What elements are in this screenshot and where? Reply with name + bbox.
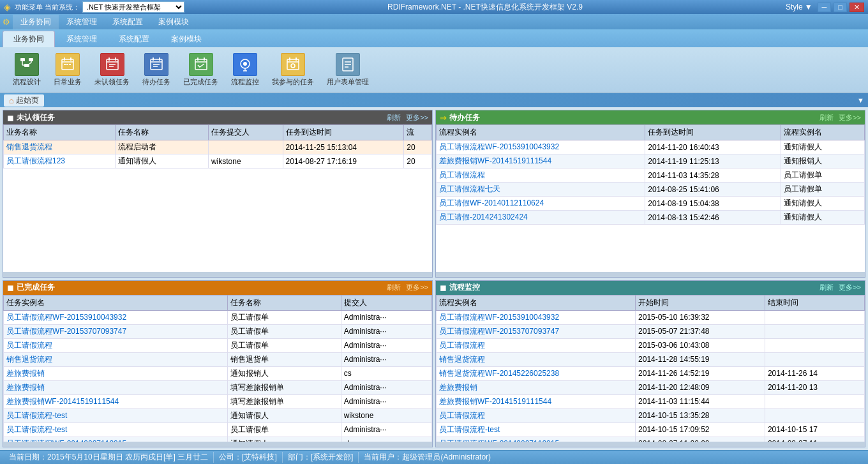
td-cs6: Administra··· (341, 380, 431, 394)
link-fm1[interactable]: 员工请假流程WF-20153910043932 (439, 313, 559, 322)
completed-panel-header: ◼ 已完成任务 刷新 更多>> (3, 281, 432, 295)
flow-monitor-panel: ◼ 流程监控 刷新 更多>> 流程实例名 开始时间 结束时间 (435, 280, 865, 448)
tab-sysconfig[interactable]: 系统配置 (108, 31, 160, 47)
link-p3[interactable]: 员工请假流程 (439, 170, 485, 179)
td-cn9: 员工请假单 (227, 423, 341, 437)
app-logo: ◈ (4, 2, 11, 12)
menu-item-workflow[interactable]: 业务协同 (13, 15, 59, 29)
td-cn1: 员工请假单 (227, 310, 341, 324)
tool-flow-design[interactable]: 流程设计 (8, 50, 46, 89)
td-fme10: 2014-08-27 11 (765, 437, 864, 442)
td-pt3: 2014-11-03 14:35:28 (645, 168, 781, 183)
page-tab-bar: ⌂ 起始页 ▼ (0, 93, 868, 107)
pending-scrollbar-h[interactable] (436, 272, 865, 277)
tab-workflow[interactable]: 业务协同 (3, 31, 55, 47)
link-fm7[interactable]: 差旅费报销WF-20141519111544 (439, 397, 551, 406)
unclaimed-scrollbar-h[interactable] (3, 272, 432, 277)
tool-unclaimed[interactable]: 未认领任务 (89, 50, 135, 89)
td-pp2: 通知报销人 (781, 154, 865, 168)
tool-daily[interactable]: 日常业务 (49, 50, 87, 89)
tool-mywork[interactable]: 我参与的任务 (267, 50, 319, 89)
link-c2[interactable]: 员工请假流程WF-20153707093747 (6, 327, 126, 336)
tool-completed[interactable]: 已完成任务 (178, 50, 223, 89)
menu-item-sysadmin[interactable]: 系统管理 (59, 15, 105, 29)
svg-rect-13 (69, 64, 71, 65)
pending-refresh[interactable]: 刷新 (819, 113, 834, 123)
svg-rect-0 (20, 58, 25, 61)
svg-rect-10 (70, 57, 71, 61)
link-c3[interactable]: 员工请假流程 (6, 341, 52, 350)
unclaimed-table: 业务名称 任务名称 任务提交人 任务到达时间 流 销售退货流程 流程启动者 (3, 124, 432, 168)
close-button[interactable]: ✕ (849, 3, 864, 12)
table-row: 员工请假流程123 通知请假人 wikstone 2014-08-27 17:1… (4, 154, 432, 168)
link-leave123[interactable]: 员工请假流程123 (6, 156, 65, 165)
table-row: 员工请假流程 2014-11-03 14:35:28 员工请假单 (437, 168, 865, 183)
style-arrow[interactable]: ▼ (805, 3, 812, 11)
table-row: 员工请假流程WF-20142027112015 2014-08-27 11:20… (437, 437, 865, 442)
unclaimed-refresh[interactable]: 刷新 (387, 113, 401, 123)
pending-more[interactable]: 更多>> (839, 113, 861, 123)
link-sales-return[interactable]: 销售退货流程 (6, 142, 52, 151)
maximize-button[interactable]: □ (834, 3, 847, 12)
link-p1[interactable]: 员工请假流程WF-20153910043932 (439, 142, 559, 151)
tab-sysadmin[interactable]: 系统管理 (56, 31, 107, 47)
table-row: 员工请假流程WF-20153910043932 员工请假单 Administra… (4, 310, 432, 324)
td-fm10: 员工请假流程WF-20142027112015 (437, 437, 636, 442)
daily-label: 日常业务 (54, 77, 82, 87)
menu-item-sysconfig[interactable]: 系统配置 (105, 15, 151, 29)
link-p4[interactable]: 员工请假流程七天 (439, 184, 500, 193)
svg-rect-37 (296, 57, 297, 61)
tool-form[interactable]: 用户表单管理 (322, 50, 374, 89)
completed-more[interactable]: 更多>> (406, 283, 428, 292)
pending-panel: ⇒ 待办任务 刷新 更多>> 流程实例名 任务到达时间 流程实例名 (435, 110, 865, 278)
completed-label: 已完成任务 (183, 77, 218, 87)
unclaimed-header-title: 未认领任务 (17, 112, 55, 123)
link-fm9[interactable]: 员工请假流程-test (439, 425, 500, 434)
flow-monitor-icon: ◼ (440, 283, 447, 292)
td-fms8: 2014-10-15 13:35:28 (636, 408, 765, 423)
tab-cases[interactable]: 案例模块 (161, 31, 212, 47)
unclaimed-icon (100, 53, 124, 76)
link-fm8[interactable]: 员工请假流程 (439, 411, 485, 420)
page-tab-home[interactable]: ⌂ 起始页 (4, 94, 44, 107)
table-row: 销售退货流程 流程启动者 2014-11-25 15:13:04 20 (4, 140, 432, 154)
link-c1[interactable]: 员工请假流程WF-20153910043932 (6, 313, 126, 322)
td-fme6: 2014-11-20 13 (765, 380, 864, 394)
page-tab-arrow[interactable]: ▼ (857, 96, 864, 104)
td-cn3: 员工请假单 (227, 338, 341, 352)
completed-refresh[interactable]: 刷新 (387, 283, 401, 292)
link-p2[interactable]: 差旅费报销WF-20141519111544 (439, 156, 551, 165)
monitor-label: 流程监控 (231, 77, 259, 87)
tool-monitor[interactable]: 流程监控 (226, 50, 264, 89)
flow-monitor-tbody: 员工请假流程WF-20153910043932 2015-05-10 16:39… (437, 310, 865, 442)
tool-pending[interactable]: 待办任务 (137, 50, 176, 89)
link-p5[interactable]: 员工请假WF-20140112110624 (439, 198, 544, 207)
menu-item-cases[interactable]: 案例模块 (151, 15, 197, 29)
minimize-button[interactable]: ─ (818, 3, 832, 12)
link-fm6[interactable]: 差旅费报销 (439, 383, 477, 392)
flow-monitor-more[interactable]: 更多>> (839, 283, 861, 292)
td-cs3: Administra··· (341, 338, 431, 352)
link-fm2[interactable]: 员工请假流程WF-20153707093747 (439, 327, 559, 336)
table-row: 差旅费报销WF-20141519111544 2014-11-19 11:25:… (437, 154, 865, 168)
link-p6[interactable]: 员工请假-2014241302424 (439, 213, 528, 221)
link-fm5[interactable]: 销售退货流程WF-20145226025238 (439, 369, 559, 378)
link-c4[interactable]: 销售退货流程 (6, 355, 52, 364)
link-c7[interactable]: 差旅费报销WF-20141519111544 (6, 397, 119, 406)
flow-monitor-refresh[interactable]: 刷新 (819, 283, 834, 292)
td-ci6: 差旅费报销 (4, 380, 228, 394)
link-c5[interactable]: 差旅费报销 (6, 369, 45, 378)
link-c6[interactable]: 差旅费报销 (6, 383, 45, 392)
link-fm3[interactable]: 员工请假流程 (439, 341, 485, 350)
unclaimed-more[interactable]: 更多>> (406, 113, 428, 123)
link-c8[interactable]: 员工请假流程-test (6, 411, 67, 420)
table-row: 差旅费报销WF-20141519111544 2014-11-03 11:15:… (437, 394, 865, 408)
title-bar-style: Style ▼ (786, 3, 812, 11)
link-fm4[interactable]: 销售退货流程 (439, 355, 485, 364)
flow-monitor-scrollbar-h[interactable] (436, 442, 865, 447)
completed-scrollbar-h[interactable] (3, 442, 432, 447)
td-fme4 (765, 352, 864, 366)
link-c9[interactable]: 员工请假流程-test (6, 425, 67, 434)
unclaimed-label: 未认领任务 (94, 77, 130, 87)
system-selector[interactable]: .NET 快速开发整合框架 (82, 1, 184, 13)
